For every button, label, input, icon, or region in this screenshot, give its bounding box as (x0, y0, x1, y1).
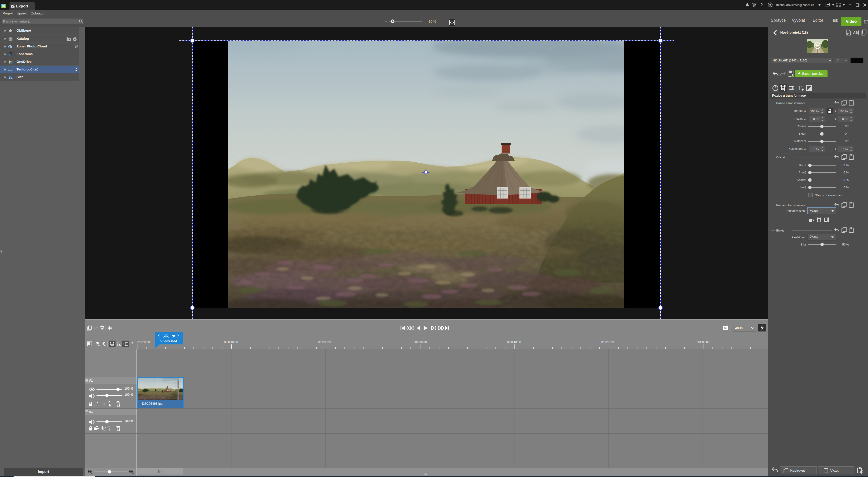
svg-text:2: 2 (826, 4, 827, 6)
svg-text:T: T (798, 85, 802, 91)
svg-text:AB: AB (853, 31, 858, 34)
